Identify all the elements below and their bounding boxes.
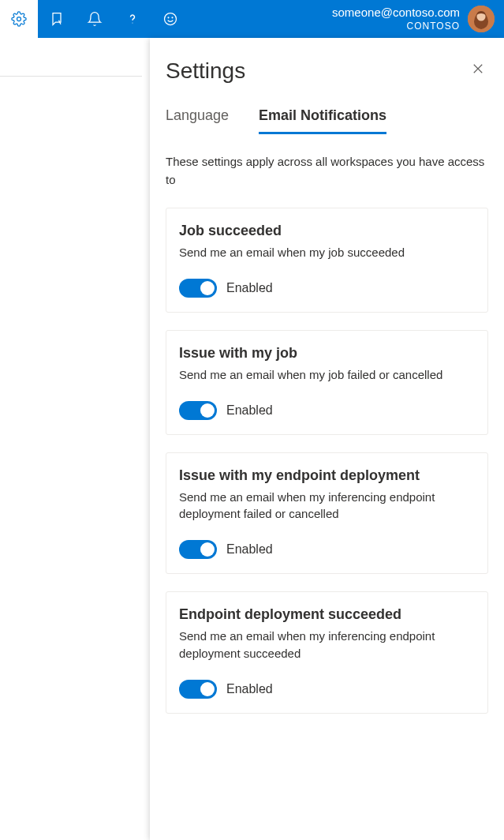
tab-language[interactable]: Language (166, 107, 229, 134)
page-divider (0, 76, 142, 77)
card-title: Issue with my job (179, 345, 475, 362)
tab-email-notifications[interactable]: Email Notifications (259, 107, 386, 134)
close-icon (471, 62, 485, 76)
card-title: Job succeeded (179, 223, 475, 239)
svg-point-0 (17, 17, 21, 21)
card-job-issue: Issue with my job Send me an email when … (166, 330, 488, 435)
card-desc: Send me an email when my job succeeded (179, 244, 475, 261)
close-button[interactable] (468, 58, 488, 82)
notifications-bell-icon[interactable] (76, 0, 114, 38)
toggle-job-succeeded[interactable] (179, 279, 217, 298)
card-job-succeeded: Job succeeded Send me an email when my j… (166, 208, 488, 313)
card-desc: Send me an email when my job failed or c… (179, 366, 475, 384)
feedback-icon[interactable] (38, 0, 76, 38)
svg-point-4 (172, 17, 173, 18)
toggle-label: Enabled (226, 542, 273, 557)
toggle-job-issue[interactable] (179, 401, 217, 420)
panel-title: Settings (166, 58, 245, 84)
top-bar: someone@contoso.com CONTOSO (0, 0, 504, 38)
toggle-label: Enabled (226, 281, 273, 295)
user-info[interactable]: someone@contoso.com CONTOSO (332, 6, 495, 32)
settings-gear-icon[interactable] (0, 0, 38, 38)
toggle-label: Enabled (226, 403, 273, 418)
toggle-endpoint-issue[interactable] (179, 540, 217, 559)
card-desc: Send me an email when my inferencing end… (179, 628, 475, 662)
avatar[interactable] (468, 6, 495, 32)
smile-feedback-icon[interactable] (151, 0, 189, 38)
card-title: Endpoint deployment succeeded (179, 606, 475, 623)
card-title: Issue with my endpoint deployment (179, 467, 475, 484)
settings-panel: Settings Language Email Notifications Th… (150, 38, 504, 840)
svg-point-1 (133, 23, 133, 24)
user-tenant: CONTOSO (332, 21, 460, 32)
card-endpoint-succeeded: Endpoint deployment succeeded Send me an… (166, 591, 488, 714)
card-endpoint-issue: Issue with my endpoint deployment Send m… (166, 452, 488, 575)
user-email: someone@contoso.com (332, 6, 460, 21)
svg-point-2 (165, 13, 177, 25)
card-desc: Send me an email when my inferencing end… (179, 489, 475, 523)
svg-point-3 (168, 17, 169, 18)
help-icon[interactable] (114, 0, 151, 38)
toggle-label: Enabled (226, 682, 273, 696)
tab-description: These settings apply across all workspac… (166, 153, 488, 189)
tabs: Language Email Notifications (166, 107, 488, 134)
toggle-endpoint-succeeded[interactable] (179, 680, 217, 699)
